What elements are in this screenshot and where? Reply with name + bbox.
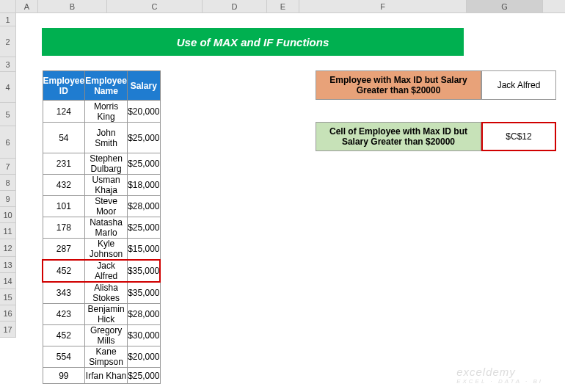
row-header-7[interactable]: 7	[0, 159, 16, 175]
table-row: 99Irfan Khan$25,000	[43, 368, 160, 384]
result1-value[interactable]: Jack Alfred	[481, 70, 556, 100]
row-header-17[interactable]: 17	[0, 322, 16, 338]
cell-id[interactable]: 423	[43, 304, 85, 325]
result-max-id-cell: Cell of Employee with Max ID but Salary …	[316, 122, 556, 151]
row-header-12[interactable]: 12	[0, 239, 16, 257]
row-header-3[interactable]: 3	[0, 57, 16, 72]
result1-label: Employee with Max ID but Salary Greater …	[316, 70, 481, 100]
row-header-8[interactable]: 8	[0, 175, 16, 191]
row-header-16[interactable]: 16	[0, 305, 16, 322]
row-headers: 1234567891011121314151617	[0, 13, 16, 338]
col-header-C[interactable]: C	[107, 0, 203, 12]
cell-id[interactable]: 99	[43, 368, 85, 384]
cell-id[interactable]: 54	[43, 123, 85, 153]
table-row: 343Alisha Stokes$35,000	[43, 282, 160, 304]
row-header-5[interactable]: 5	[0, 103, 16, 126]
cell-salary[interactable]: $25,000	[127, 123, 160, 153]
result2-label: Cell of Employee with Max ID but Salary …	[316, 122, 481, 151]
table-row: 101Steve Moor$28,000	[43, 196, 160, 217]
row-header-14[interactable]: 14	[0, 273, 16, 289]
table-row: 124Morris King$20,000	[43, 101, 160, 123]
table-row: 452Gregory Mills$30,000	[43, 325, 160, 346]
cell-salary[interactable]: $20,000	[127, 346, 160, 368]
col-header-G[interactable]: G	[467, 0, 543, 12]
cell-name[interactable]: Gregory Mills	[85, 325, 128, 346]
table-row: 554Kane Simpson$20,000	[43, 346, 160, 368]
column-headers: A B C D E F G	[0, 0, 565, 13]
cell-name[interactable]: Benjamin Hick	[85, 304, 128, 325]
cell-name[interactable]: Usman Khaja	[85, 175, 128, 196]
cell-id[interactable]: 343	[43, 282, 85, 304]
cell-name[interactable]: Kyle Johnson	[85, 239, 128, 261]
cell-salary[interactable]: $20,000	[127, 101, 160, 123]
cell-salary[interactable]: $28,000	[127, 304, 160, 325]
header-id[interactable]: Employee ID	[43, 71, 85, 101]
cell-name[interactable]: Jack Alfred	[85, 260, 128, 282]
row-header-1[interactable]: 1	[0, 13, 16, 26]
header-name[interactable]: Employee Name	[85, 71, 128, 101]
result-max-id-name: Employee with Max ID but Salary Greater …	[316, 70, 556, 100]
row-header-6[interactable]: 6	[0, 126, 16, 159]
cell-name[interactable]: Irfan Khan	[85, 368, 128, 384]
cell-id[interactable]: 101	[43, 196, 85, 217]
col-header-E[interactable]: E	[267, 0, 299, 12]
cell-name[interactable]: John Smith	[85, 123, 128, 153]
select-all-corner[interactable]	[0, 0, 16, 12]
cell-salary[interactable]: $25,000	[127, 217, 160, 239]
cell-id[interactable]: 452	[43, 325, 85, 346]
cell-salary[interactable]: $18,000	[127, 175, 160, 196]
watermark: exceldemy EXCEL · DATA · BI	[456, 366, 543, 385]
col-header-D[interactable]: D	[203, 0, 267, 12]
cell-id[interactable]: 452	[43, 260, 85, 282]
cell-salary[interactable]: $30,000	[127, 325, 160, 346]
watermark-sub: EXCEL · DATA · BI	[456, 378, 543, 385]
cell-salary[interactable]: $35,000	[127, 260, 160, 282]
table-header-row: Employee ID Employee Name Salary	[43, 71, 160, 101]
cell-salary[interactable]: $28,000	[127, 196, 160, 217]
page-title: Use of MAX and IF Functions	[42, 28, 464, 56]
cell-salary[interactable]: $35,000	[127, 282, 160, 304]
table-row: 178Natasha Marlo$25,000	[43, 217, 160, 239]
cell-id[interactable]: 124	[43, 101, 85, 123]
row-header-13[interactable]: 13	[0, 257, 16, 273]
col-header-A[interactable]: A	[16, 0, 38, 12]
spreadsheet-grid: A B C D E F G 1234567891011121314151617 …	[0, 0, 565, 392]
employee-table: Employee ID Employee Name Salary 124Morr…	[42, 70, 161, 384]
cell-name[interactable]: Alisha Stokes	[85, 282, 128, 304]
cell-salary[interactable]: $25,000	[127, 153, 160, 175]
watermark-text: exceldemy	[456, 366, 516, 378]
table-row: 423Benjamin Hick$28,000	[43, 304, 160, 325]
cell-salary[interactable]: $25,000	[127, 368, 160, 384]
table-row: 452Jack Alfred$35,000	[43, 260, 160, 282]
table-row: 287Kyle Johnson$15,000	[43, 239, 160, 261]
table-row: 432Usman Khaja$18,000	[43, 175, 160, 196]
cell-name[interactable]: Stephen Dulbarg	[85, 153, 128, 175]
row-header-15[interactable]: 15	[0, 289, 16, 305]
cell-name[interactable]: Steve Moor	[85, 196, 128, 217]
header-salary[interactable]: Salary	[127, 71, 160, 101]
result2-value[interactable]: $C$12	[481, 122, 556, 151]
col-header-B[interactable]: B	[38, 0, 107, 12]
cell-name[interactable]: Morris King	[85, 101, 128, 123]
row-header-2[interactable]: 2	[0, 26, 16, 57]
cell-id[interactable]: 554	[43, 346, 85, 368]
cell-id[interactable]: 432	[43, 175, 85, 196]
row-header-11[interactable]: 11	[0, 223, 16, 239]
cell-id[interactable]: 287	[43, 239, 85, 261]
table-row: 54John Smith$25,000	[43, 123, 160, 153]
cell-name[interactable]: Natasha Marlo	[85, 217, 128, 239]
row-header-4[interactable]: 4	[0, 72, 16, 103]
col-header-F[interactable]: F	[299, 0, 467, 12]
cell-salary[interactable]: $15,000	[127, 239, 160, 261]
row-header-9[interactable]: 9	[0, 191, 16, 207]
row-header-10[interactable]: 10	[0, 207, 16, 223]
table-row: 231Stephen Dulbarg$25,000	[43, 153, 160, 175]
cell-id[interactable]: 231	[43, 153, 85, 175]
cell-name[interactable]: Kane Simpson	[85, 346, 128, 368]
cell-id[interactable]: 178	[43, 217, 85, 239]
